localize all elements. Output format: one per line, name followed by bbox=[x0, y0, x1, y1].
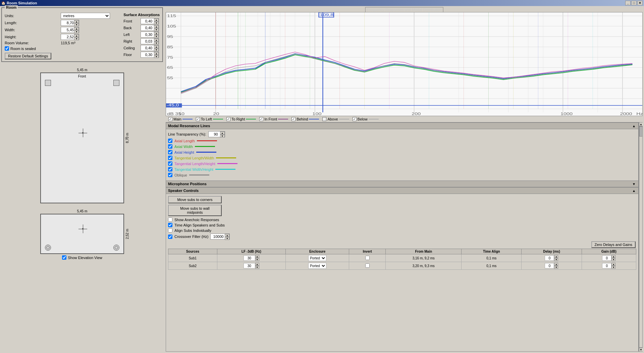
ceiling-input[interactable] bbox=[141, 46, 153, 50]
speaker-collapse-button[interactable]: ▲ bbox=[632, 188, 636, 193]
maximize-button[interactable]: □ bbox=[631, 1, 637, 5]
width-input[interactable] bbox=[61, 28, 74, 32]
width-down-button[interactable]: ▼ bbox=[74, 30, 79, 33]
height-input[interactable] bbox=[61, 35, 74, 39]
right-input[interactable] bbox=[141, 39, 153, 43]
modal-collapse-button[interactable]: ▲ bbox=[632, 123, 636, 128]
sealed-label: Room is sealed bbox=[10, 47, 36, 51]
floor-input[interactable] bbox=[141, 53, 153, 57]
enc-select-1[interactable]: Ported Sealed bbox=[308, 263, 326, 269]
close-button[interactable]: ✕ bbox=[637, 1, 643, 5]
transparency-down-button[interactable]: ▼ bbox=[220, 135, 225, 138]
gain-down-0[interactable]: ▼ bbox=[611, 258, 615, 261]
crossover-down-button[interactable]: ▼ bbox=[225, 237, 229, 240]
right-up-button[interactable]: ▲ bbox=[154, 39, 159, 42]
crossover-up-button[interactable]: ▲ bbox=[225, 234, 229, 237]
restore-button[interactable]: Restore Default Settings bbox=[5, 53, 51, 59]
show-elevation-checkbox[interactable] bbox=[62, 255, 66, 260]
minimize-button[interactable]: _ bbox=[625, 1, 631, 5]
back-input[interactable] bbox=[141, 26, 153, 30]
sealed-checkbox[interactable] bbox=[5, 46, 9, 51]
lf-up-0[interactable]: ▲ bbox=[255, 255, 259, 258]
enc-select-0[interactable]: Ported Sealed bbox=[308, 255, 326, 261]
delay-up-0[interactable]: ▲ bbox=[554, 255, 558, 258]
height-down-button[interactable]: ▼ bbox=[74, 37, 79, 40]
invert-cb-1[interactable] bbox=[365, 263, 370, 268]
mic-collapse-button[interactable]: ▼ bbox=[632, 182, 636, 186]
delay-down-0[interactable]: ▼ bbox=[554, 258, 558, 261]
crossover-checkbox[interactable] bbox=[168, 235, 172, 239]
front-up-button[interactable]: ▲ bbox=[154, 18, 159, 21]
axial-length-checkbox[interactable] bbox=[168, 139, 172, 143]
modal-resonance-header[interactable]: Modal Resonance Lines ▲ bbox=[166, 122, 638, 129]
length-down-button[interactable]: ▼ bbox=[74, 23, 79, 26]
scroll-up-button[interactable]: ▲ bbox=[639, 122, 643, 126]
tangential-lw-row: Tangential Length/Width bbox=[168, 156, 636, 160]
align-subs-checkbox[interactable] bbox=[168, 228, 172, 233]
tangential-lh-checkbox[interactable] bbox=[168, 161, 172, 166]
in-front-checkbox[interactable]: ✓ bbox=[259, 117, 263, 121]
front-input[interactable] bbox=[141, 19, 153, 23]
right-panel: Frequency Responses and Modal Distributi… bbox=[164, 6, 644, 353]
move-corners-button[interactable]: Move subs to corners bbox=[168, 196, 222, 203]
left-up-button[interactable]: ▲ bbox=[154, 32, 159, 35]
speaker-controls-header[interactable]: Speaker Controls ▲ bbox=[166, 187, 638, 194]
lf-down-1[interactable]: ▼ bbox=[255, 266, 259, 269]
time-align-label: Time Align Speakers and Subs bbox=[174, 223, 225, 227]
oblique-checkbox[interactable] bbox=[168, 173, 172, 177]
length-up-button[interactable]: ▲ bbox=[74, 20, 79, 23]
length-input[interactable] bbox=[61, 21, 74, 25]
floor-down-button[interactable]: ▼ bbox=[154, 55, 159, 58]
ceiling-up-button[interactable]: ▲ bbox=[154, 45, 159, 48]
gain-input-0[interactable] bbox=[602, 255, 611, 261]
sub-left bbox=[45, 245, 51, 251]
to-right-checkbox[interactable]: ✓ bbox=[226, 117, 230, 121]
scroll-down-button[interactable]: ▼ bbox=[639, 348, 643, 352]
right-down-button[interactable]: ▼ bbox=[154, 42, 159, 45]
axial-width-checkbox[interactable] bbox=[168, 144, 172, 149]
delay-input-0[interactable] bbox=[545, 255, 554, 261]
below-checkbox[interactable]: ✓ bbox=[353, 117, 357, 121]
microphone-positions-header[interactable]: Microphone Positions ▼ bbox=[166, 181, 638, 187]
time-align-checkbox[interactable] bbox=[168, 223, 172, 227]
units-select[interactable]: metres feet bbox=[61, 13, 110, 19]
delay-input-1[interactable] bbox=[545, 263, 554, 268]
lf-down-0[interactable]: ▼ bbox=[255, 258, 259, 261]
tangential-wh-checkbox[interactable] bbox=[168, 167, 172, 171]
back-down-button[interactable]: ▼ bbox=[154, 28, 159, 31]
tangential-lw-checkbox[interactable] bbox=[168, 156, 172, 160]
left-input[interactable] bbox=[141, 33, 153, 37]
to-left-checkbox[interactable]: ✓ bbox=[196, 117, 200, 121]
height-up-button[interactable]: ▲ bbox=[74, 34, 79, 37]
transparency-up-button[interactable]: ▲ bbox=[220, 132, 225, 135]
gain-input-1[interactable] bbox=[602, 263, 611, 268]
gain-up-1[interactable]: ▲ bbox=[611, 263, 615, 266]
scroll-track[interactable] bbox=[639, 126, 643, 348]
delay-up-1[interactable]: ▲ bbox=[554, 263, 558, 266]
legend-behind: ✓ Behind bbox=[291, 117, 319, 121]
front-down-button[interactable]: ▼ bbox=[154, 21, 159, 24]
move-midpoints-button[interactable]: Move subs to wall midpoints bbox=[168, 205, 222, 216]
above-checkbox[interactable] bbox=[322, 117, 326, 121]
show-anechoic-checkbox[interactable] bbox=[168, 217, 172, 222]
zero-delays-button[interactable]: Zero Delays and Gains bbox=[591, 241, 636, 248]
ceiling-down-button[interactable]: ▼ bbox=[154, 48, 159, 51]
width-up-button[interactable]: ▲ bbox=[74, 27, 79, 30]
gain-up-0[interactable]: ▲ bbox=[611, 255, 615, 258]
left-down-button[interactable]: ▼ bbox=[154, 35, 159, 38]
floor-up-button[interactable]: ▲ bbox=[154, 52, 159, 55]
lf-input-1[interactable] bbox=[244, 263, 255, 268]
delay-down-1[interactable]: ▼ bbox=[554, 266, 558, 269]
lf-input-0[interactable] bbox=[244, 255, 255, 261]
lf-up-1[interactable]: ▲ bbox=[255, 263, 259, 266]
transparency-input[interactable] bbox=[209, 132, 219, 136]
main-checkbox[interactable]: ✓ bbox=[168, 117, 172, 121]
behind-checkbox[interactable]: ✓ bbox=[291, 117, 296, 121]
crossover-input[interactable] bbox=[211, 235, 224, 239]
gain-down-1[interactable]: ▼ bbox=[611, 266, 615, 269]
panels-area: Modal Resonance Lines ▲ Line Transparenc… bbox=[166, 122, 643, 352]
invert-cb-0[interactable] bbox=[365, 256, 370, 260]
axial-height-checkbox[interactable] bbox=[168, 150, 172, 154]
back-up-button[interactable]: ▲ bbox=[154, 25, 159, 28]
scroll-thumb[interactable] bbox=[639, 127, 643, 137]
